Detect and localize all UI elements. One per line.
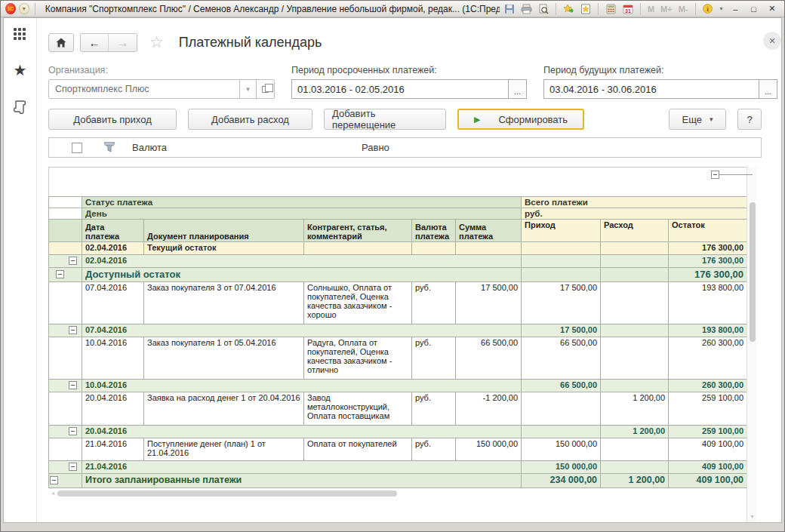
col-date[interactable]: Дата платежа <box>82 220 144 242</box>
cell-group-label[interactable]: 02.04.2016 <box>82 255 522 268</box>
calendar-icon[interactable]: 31 <box>621 2 635 16</box>
calculator-icon[interactable] <box>604 2 617 16</box>
collapse-group-button[interactable] <box>69 257 77 265</box>
print-icon[interactable] <box>520 2 534 16</box>
cell-currency[interactable]: руб. <box>412 282 456 324</box>
horizontal-scroll-thumb[interactable] <box>57 490 397 497</box>
cell-balance[interactable]: 193 800,00 <box>669 282 747 324</box>
table-row[interactable]: 02.04.2016176 300,00 <box>49 255 747 268</box>
organization-open-button[interactable] <box>257 79 275 99</box>
cell-income[interactable] <box>522 392 601 426</box>
collapse-group-button[interactable] <box>69 381 77 389</box>
favorites-icon[interactable] <box>579 2 593 16</box>
scroll-down-icon[interactable]: ▾ <box>750 513 753 521</box>
cell-party[interactable] <box>304 242 412 255</box>
memory-minus-button[interactable]: M- <box>677 5 690 14</box>
cell-balance[interactable]: 259 100,00 <box>669 426 747 438</box>
cell-balance[interactable]: 260 300,00 <box>669 337 747 380</box>
cell-expense[interactable]: 1 200,00 <box>601 474 669 488</box>
cell-balance[interactable]: 176 300,00 <box>669 268 747 282</box>
cell-currency[interactable]: руб. <box>412 438 456 461</box>
help-button[interactable]: ? <box>737 109 762 130</box>
cell-income[interactable] <box>522 255 601 268</box>
cell-party[interactable]: Завод металлоконструкций, Оплата поставщ… <box>304 392 412 426</box>
table-row[interactable]: 10.04.201666 500,00260 300,00 <box>49 380 747 392</box>
cell-doc[interactable]: Текущий остаток <box>144 242 304 255</box>
filter-field-name[interactable]: Валюта <box>132 142 167 153</box>
back-button[interactable]: ← <box>81 34 109 51</box>
overdue-period-choose-button[interactable]: ... <box>509 79 527 99</box>
col-currency[interactable]: Валюта платежа <box>412 220 456 242</box>
table-row[interactable]: 20.04.20161 200,00259 100,00 <box>49 426 747 438</box>
table-row[interactable]: Доступный остаток176 300,00 <box>49 268 747 282</box>
more-button[interactable]: Еще ▾ <box>669 109 726 130</box>
system-menu-button[interactable]: ▾ <box>19 3 29 14</box>
cell-income[interactable]: 66 500,00 <box>522 337 601 380</box>
cell-income[interactable]: 17 500,00 <box>522 324 601 337</box>
collapse-group-button[interactable] <box>50 476 58 484</box>
col-party[interactable]: Контрагент, статья, комментарий <box>304 220 412 242</box>
scroll-left-icon[interactable]: ◂ <box>51 490 54 497</box>
table-row[interactable]: 21.04.2016150 000,00409 100,00 <box>49 461 747 474</box>
cell-date[interactable]: 20.04.2016 <box>82 392 144 426</box>
cell-group-label[interactable]: 10.04.2016 <box>82 380 522 392</box>
col-income[interactable]: Приход <box>522 220 601 242</box>
cell-income[interactable]: 150 000,00 <box>522 461 601 474</box>
cell-balance[interactable]: 193 800,00 <box>669 324 747 337</box>
cell-date[interactable]: 10.04.2016 <box>82 337 144 380</box>
close-button[interactable]: ✕ <box>765 2 780 16</box>
cell-group-label[interactable]: 07.04.2016 <box>82 324 522 337</box>
horizontal-scrollbar[interactable]: ◂ <box>48 488 747 498</box>
collapse-group-button[interactable] <box>56 270 64 278</box>
cell-income[interactable] <box>522 268 601 282</box>
cell-group-label[interactable]: Доступный остаток <box>82 268 522 282</box>
cell-expense[interactable] <box>601 324 669 337</box>
cell-sum[interactable]: -1 200,00 <box>456 392 522 426</box>
memory-recall-button[interactable]: M <box>646 5 656 14</box>
overdue-period-value[interactable]: 01.03.2016 - 02.05.2016 <box>291 79 509 99</box>
cell-balance[interactable]: 176 300,00 <box>669 242 747 255</box>
cell-sum[interactable]: 66 500,00 <box>456 337 522 380</box>
cell-income[interactable] <box>522 426 601 438</box>
cell-expense[interactable] <box>601 380 669 392</box>
cell-balance[interactable]: 409 100,00 <box>669 474 747 488</box>
cell-currency[interactable] <box>412 242 456 255</box>
add-expense-button[interactable]: Добавить расход <box>188 109 312 130</box>
table-row[interactable]: 07.04.2016Заказ покупателя 3 от 07.04.20… <box>49 282 747 324</box>
table-row[interactable]: 02.04.2016Текущий остаток176 300,00 <box>49 242 747 255</box>
cell-party[interactable]: Солнышко, Оплата от покупателей, Оценка … <box>304 282 412 324</box>
table-row[interactable]: Итого запланированные платежи234 000,001… <box>49 474 747 488</box>
cell-sum[interactable]: 17 500,00 <box>456 282 522 324</box>
cell-income[interactable] <box>522 242 601 255</box>
add-income-button[interactable]: Добавить приход <box>48 109 177 130</box>
maximize-button[interactable]: □ <box>746 2 761 16</box>
cell-date[interactable]: 21.04.2016 <box>82 438 144 461</box>
cell-balance[interactable]: 176 300,00 <box>669 255 747 268</box>
cell-expense[interactable] <box>601 337 669 380</box>
cell-income[interactable]: 150 000,00 <box>522 438 601 461</box>
collapse-group-button[interactable] <box>69 326 77 334</box>
collapse-group-button[interactable] <box>69 463 77 471</box>
minimize-button[interactable]: – <box>728 2 743 16</box>
col-doc[interactable]: Документ планирования <box>144 220 304 242</box>
organization-value[interactable]: Спорткомплекс Плюс <box>48 79 240 99</box>
cell-balance[interactable]: 260 300,00 <box>669 380 747 392</box>
table-row[interactable]: 10.04.2016Заказ покупателя 1 от 05.04.20… <box>49 337 747 380</box>
cell-expense[interactable] <box>601 268 669 282</box>
cell-date[interactable]: 07.04.2016 <box>82 282 144 324</box>
future-period-choose-button[interactable]: ... <box>759 79 777 99</box>
save-icon[interactable] <box>503 2 516 16</box>
forward-button[interactable]: → <box>109 34 137 51</box>
cell-sum[interactable] <box>456 242 522 255</box>
info-icon[interactable]: i <box>700 2 714 16</box>
home-button[interactable] <box>48 33 74 52</box>
cell-balance[interactable]: 259 100,00 <box>669 392 747 426</box>
col-expense[interactable]: Расход <box>601 220 669 242</box>
cell-currency[interactable]: руб. <box>412 392 456 426</box>
table-row[interactable]: 07.04.201617 500,00193 800,00 <box>49 324 747 337</box>
cell-expense[interactable]: 1 200,00 <box>601 392 669 426</box>
table-row[interactable]: 21.04.2016Поступление денег (план) 1 от … <box>49 438 747 461</box>
memory-plus-button[interactable]: M+ <box>659 5 674 14</box>
filter-condition[interactable]: Равно <box>362 142 389 153</box>
cell-sum[interactable]: 150 000,00 <box>456 438 522 461</box>
